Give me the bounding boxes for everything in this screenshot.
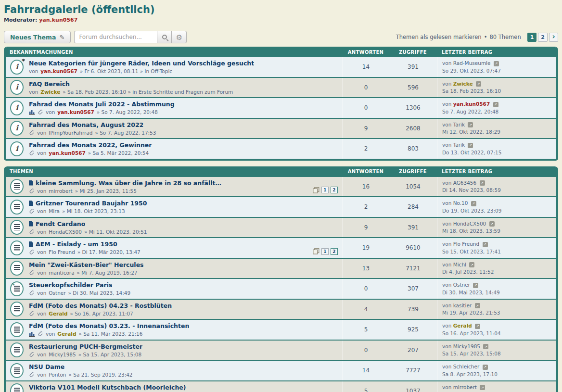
mark-read-link[interactable]: Themen als gelesen markieren [396,34,482,40]
goto-lastpost-icon[interactable]: ↗ [480,180,485,186]
topic-title-link[interactable]: Restaurierung PUCH-Bergmeister [29,343,142,350]
topic-title-link[interactable]: AEM - Eislady - um 1950 [36,240,117,248]
goto-lastpost-icon[interactable]: ↗ [480,385,485,390]
goto-page-2[interactable]: 2 [331,248,338,255]
lastpost-author-link[interactable]: HondaCX500 [453,221,486,227]
author-link[interactable]: Gerald [49,311,67,316]
goto-lastpost-icon[interactable]: ↗ [483,365,488,370]
author-link[interactable]: Micky1985 [49,352,76,357]
page-1-current[interactable]: 1 [527,33,537,42]
lastpost-author-link[interactable]: Rad-Museumle [453,60,491,66]
goto-lastpost-icon[interactable]: ↗ [483,242,488,247]
author-link[interactable]: Flo Freund [49,249,75,255]
topic-row: Viktoria V101 Modell Kutschbach (Moorlei… [6,380,556,392]
goto-lastpost-icon[interactable]: ↗ [489,221,495,227]
goto-lastpost-icon[interactable]: ↗ [469,262,474,267]
lastpost-author-link[interactable]: mirrobert [453,384,477,390]
author-link[interactable]: HondaCX500 [49,229,82,235]
views-count: 391 [389,57,437,77]
post-meta: » Sa 18. Feb 2023, 16:10 » in Erste Schr… [63,89,233,95]
goto-lastpost-icon[interactable]: ↗ [476,81,481,87]
paperclip-icon [38,331,43,337]
topic-title-link[interactable]: Fahrrad des Monats, August 2022 [29,121,143,128]
lastpost-author-link[interactable]: Micky1985 [453,343,480,349]
lastpost-author-link[interactable]: kasitier [453,303,472,308]
topic-title-link[interactable]: Fahrrad des Monats 2022, Gewinner [29,141,152,149]
bullet-separator: • [484,34,487,40]
topic-title-link[interactable]: kleine Sammlung. Was über die Jahre in 2… [36,179,221,187]
lastpost-cell: von kasitier ↗ Mi 19. Apr 2023, 21:53 [437,300,556,319]
topic-icon [10,342,24,357]
lastpost-author-link[interactable]: No.10 [453,200,468,206]
goto-lastpost-icon[interactable]: ↗ [483,344,488,349]
announcement-row: i FAQ Bereich von Zwicke » Sa 18. Feb 20… [6,77,556,98]
lastpost-author-link[interactable]: yan.kun0567 [453,101,490,107]
author-link[interactable]: yan.kun0567 [40,68,77,74]
goto-lastpost-icon[interactable]: ↗ [473,283,478,288]
topic-title-link[interactable]: Fahrad des Monats Juli 2022 - Abstimmung [29,101,175,108]
goto-lastpost-icon[interactable]: ↗ [471,201,476,206]
new-topic-label: Neues Thema [10,34,56,41]
author-link[interactable]: yan.kun0567 [49,150,86,156]
goto-page-2[interactable]: 2 [331,187,338,193]
topic-title-link[interactable]: FdM (Foto des Monats) 03.23. - Innenansi… [29,322,189,329]
lastpost-author-link[interactable]: Zwicke [453,81,473,87]
topic-title-link[interactable]: NSU Dame [29,363,64,370]
author-link[interactable]: IPimpYourFahrrad [49,130,92,136]
topic-title-link[interactable]: Viktoria V101 Modell Kutschbach (Moorlei… [29,384,186,391]
search-input[interactable] [74,31,157,43]
goto-lastpost-icon[interactable]: ↗ [494,61,499,66]
page-links: 1 2 [313,187,338,193]
topic-title-link[interactable]: Fendt Cardano [36,220,85,228]
announcement-icon: i [10,121,24,136]
goto-lastpost-icon[interactable]: ↗ [493,102,498,107]
search-button[interactable] [157,31,172,43]
goto-lastpost-icon[interactable]: ↗ [468,143,473,148]
moderator-link[interactable]: yan.kun0567 [39,17,77,23]
lastpost-author-link[interactable]: Flo Freund [453,241,480,247]
next-page-button[interactable]: › [549,33,558,42]
section-title: THEMEN [6,169,343,174]
moderator-label: Moderator: [4,17,37,23]
goto-page-1[interactable]: 1 [321,248,329,255]
author-link[interactable]: mirrobert [49,188,72,194]
search-options-button[interactable]: ⚙ [172,31,187,43]
topic-title-link[interactable]: Mein "Zwei-Kästen-Bier" Hercules [29,261,144,268]
lastpost-author-link[interactable]: AG63456 [453,180,477,186]
lastpost-author-link[interactable]: Schleicher [453,364,480,369]
topic-title-link[interactable]: FdM (Foto des Monats) 04.23 - Rostblüten [29,302,172,309]
goto-page-1[interactable]: 1 [321,187,329,193]
author-link[interactable]: Ostner [49,290,65,296]
lastpost-author-link[interactable]: Ostner [453,282,470,288]
replies-count: 0 [343,341,389,360]
page-2-link[interactable]: 2 [538,33,548,42]
goto-lastpost-icon[interactable]: ↗ [475,303,480,308]
new-topic-button[interactable]: Neues Thema ✎ [4,31,71,43]
goto-lastpost-icon[interactable]: ↗ [475,324,480,329]
goto-lastpost-icon[interactable]: ↗ [468,122,473,127]
author-link[interactable]: yan.kun0567 [57,109,94,115]
author-link[interactable]: Zwicke [40,89,60,95]
lastpost-date: So 16. Apr 2023, 11:04 [442,330,553,338]
lastpost-author-link[interactable]: Gerald [453,323,472,329]
column-lastpost: LETZTER BEITRAG [437,50,556,55]
lastpost-cell: von HondaCX500 ↗ Mi 18. Okt 2023, 13:59 [437,218,556,238]
lastpost-author-link[interactable]: Tarik [453,122,465,127]
lastpost-author-link[interactable]: Michl [453,262,466,267]
page-title: Fahrradgalerie (öffentlich) [4,4,558,15]
lastpost-date: So 15. Okt 2023, 17:41 [442,248,553,256]
paperclip-icon [38,109,43,115]
author-link[interactable]: manticora [49,270,74,276]
topic-icon [10,200,24,215]
post-meta: » Sa 11. Mär 2023, 21:16 [78,331,142,337]
announcement-row: i Fahrad des Monats Juli 2022 - Abstimmu… [6,97,556,118]
topic-icon [10,322,24,337]
author-link[interactable]: Gerald [57,331,76,337]
author-link[interactable]: Mira [49,208,60,214]
topic-title-link[interactable]: Neue Kategorien für jüngere Räder, Ideen… [29,60,254,67]
lastpost-author-link[interactable]: Tarik [453,142,465,148]
author-link[interactable]: Ponton [49,372,66,378]
topic-title-link[interactable]: Gritzner Tourenrad Baujahr 1950 [36,200,147,207]
topic-title-link[interactable]: Steuerkopfschilder Paris [29,281,112,289]
topic-title-link[interactable]: FAQ Bereich [29,80,70,88]
